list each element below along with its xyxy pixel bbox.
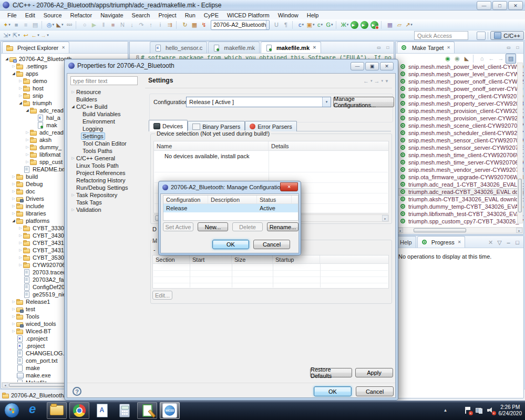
dropdown-arrow-icon[interactable] (375, 23, 377, 27)
dropdown-arrow-icon[interactable] (8, 33, 11, 37)
properties-tree-item[interactable]: Linux Tools Path (69, 162, 144, 169)
menu-item[interactable]: Project (154, 12, 180, 19)
minimize-icon[interactable]: – (505, 238, 512, 247)
new-c-project-icon[interactable]: c (296, 21, 306, 29)
expand-arrow-icon[interactable] (18, 101, 23, 105)
refresh-icon[interactable]: ↻ (180, 21, 190, 29)
make-target-item[interactable]: snip.mesh.mesh_provision_server-CYW92070… (396, 115, 523, 122)
menu-item[interactable]: CyPE (200, 12, 223, 19)
menu-item[interactable]: WICED Platform (223, 12, 274, 19)
step-return-icon[interactable]: ↑ (146, 21, 156, 29)
chevron-down-icon[interactable] (266, 21, 270, 29)
expand-arrow-icon[interactable] (18, 79, 23, 83)
column-status[interactable]: Status (257, 196, 292, 203)
properties-tree-item[interactable]: Task Tags (69, 199, 144, 206)
quick-access-input[interactable]: Quick Access (414, 31, 468, 40)
menu-item[interactable]: Source (39, 12, 66, 19)
hide-targets-icon[interactable]: ◉ (452, 54, 462, 63)
make-target-item[interactable]: snip.mesh.mesh_scheduler_client-CYW92070… (396, 129, 523, 137)
expand-arrow-icon[interactable] (25, 152, 30, 157)
expand-arrow-icon[interactable] (18, 86, 23, 90)
show-paragraph-icon[interactable]: ¶ (281, 21, 291, 29)
build-make-target-icon[interactable]: ◣ (462, 54, 471, 63)
forward-icon[interactable]: → (374, 78, 380, 84)
debug-attach-icon[interactable]: ◎ (46, 21, 55, 29)
close-button[interactable]: ✕ (380, 62, 394, 70)
ok-button[interactable]: OK (314, 386, 352, 396)
make-target-item[interactable]: triumph.aksh-CYBT_343026_EVAL download (396, 196, 523, 203)
close-icon[interactable] (447, 45, 450, 50)
make-target-item[interactable]: snip.mesh.mesh_time_server-CYW920706WCD (396, 159, 523, 166)
dropdown-arrow-icon[interactable] (61, 23, 64, 27)
dropdown-arrow-icon[interactable] (410, 23, 413, 27)
make-target-item[interactable]: snip.mesh.mesh_power_level_server-CYW920… (396, 70, 523, 78)
properties-tree-item[interactable]: Environment (69, 118, 144, 125)
suspend-icon[interactable]: ‖ (99, 21, 108, 29)
perspective-cpp-button[interactable]: C/C++ (490, 31, 524, 40)
minimize-view-icon[interactable]: ▭ (375, 44, 383, 50)
configurations-table[interactable]: Configuration Description Status Release… (163, 195, 298, 221)
expand-arrow-icon[interactable] (11, 182, 16, 186)
debug-icon[interactable]: Ж (340, 21, 349, 29)
new-cpp-project-icon[interactable]: ▣ (306, 21, 315, 29)
set-active-button[interactable]: Set Active (163, 222, 193, 231)
expand-arrow-icon[interactable] (70, 90, 76, 94)
make-target-item[interactable]: triumph.adc_read_1-CYBT_343026_EVAL down… (396, 181, 523, 188)
properties-tree-item[interactable]: Build Variables (69, 110, 144, 118)
dropdown-arrow-icon[interactable] (347, 23, 349, 27)
menu-item[interactable]: Window (274, 12, 303, 19)
settings-tab[interactable]: Binary Parsers (188, 121, 245, 131)
filter-input[interactable]: type filter text (70, 76, 138, 85)
expand-arrow-icon[interactable] (18, 255, 23, 260)
trace-icon[interactable]: ⇉ (165, 21, 174, 29)
expand-arrow-icon[interactable] (11, 211, 16, 216)
expand-arrow-icon[interactable] (11, 189, 16, 193)
wiced-icon[interactable] (160, 402, 180, 419)
close-button[interactable]: ✕ (508, 1, 523, 10)
expand-arrow-icon[interactable] (70, 208, 76, 212)
menu-item[interactable]: Navigate (96, 12, 127, 19)
dropdown-arrow-icon[interactable] (18, 33, 20, 37)
maximize-button[interactable]: □ (492, 1, 507, 10)
notepad-icon[interactable] (137, 402, 157, 419)
expand-arrow-icon[interactable] (11, 219, 16, 223)
editor-tab[interactable]: makefile.mk (208, 42, 260, 53)
properties-tree-item[interactable]: Resource (69, 88, 144, 96)
toolbar-icon[interactable] (42, 21, 44, 29)
new-make-target-icon[interactable]: ◉ (443, 54, 452, 63)
tab-progress[interactable]: Progress (417, 236, 466, 248)
column-section[interactable]: Section (153, 255, 190, 263)
menu-item[interactable]: Refactor (66, 12, 97, 19)
restore-defaults-button[interactable]: Restore Defaults (310, 368, 352, 377)
configuration-combo[interactable]: Release [ Active ] (186, 97, 331, 107)
make-target-item[interactable]: snip.ota_firmware_upgrade-CYW920706WCDE (396, 173, 523, 181)
chevron-down-icon[interactable] (322, 97, 331, 107)
build-hammer-icon[interactable]: ◣ (55, 21, 65, 29)
profile-icon[interactable]: ▶ (370, 21, 378, 29)
expand-arrow-icon[interactable] (11, 175, 16, 179)
open-element-icon[interactable]: ⇲ (2, 31, 12, 40)
help-icon[interactable]: ? (73, 387, 81, 396)
skip-breakpoints-icon[interactable]: ○ (80, 21, 89, 29)
close-icon[interactable] (458, 240, 461, 244)
device-table-row[interactable]: No devices available, install pack (154, 151, 388, 161)
tray-expand-icon[interactable]: ▲ (444, 408, 448, 413)
step-into-icon[interactable]: ↓ (127, 21, 137, 29)
make-target-item[interactable]: snip.mesh.mesh_sensor_client-CYW920706WC (396, 137, 523, 144)
show-whitespace-icon[interactable]: U (272, 21, 281, 29)
properties-tree-item[interactable]: Tools Paths (69, 147, 144, 155)
column-name[interactable]: Name (154, 141, 269, 150)
action-center-icon[interactable] (464, 407, 471, 414)
back-icon[interactable]: ← (30, 31, 40, 40)
menu-item[interactable]: Edit (21, 12, 39, 19)
view-menu-icon[interactable]: ▽ (496, 238, 503, 247)
tab-make-target[interactable]: Make Target (397, 42, 455, 53)
properties-tree-item[interactable]: C/C++ Build (69, 103, 144, 110)
expand-arrow-icon[interactable] (18, 226, 23, 230)
forward-icon[interactable]: → (40, 31, 49, 40)
home-icon[interactable]: ⌂ (477, 54, 487, 63)
ie-icon[interactable] (24, 402, 44, 419)
run-icon[interactable]: ▶ (351, 21, 358, 29)
toolbar-icon[interactable] (473, 55, 476, 63)
dropdown-arrow-icon[interactable] (313, 23, 315, 27)
